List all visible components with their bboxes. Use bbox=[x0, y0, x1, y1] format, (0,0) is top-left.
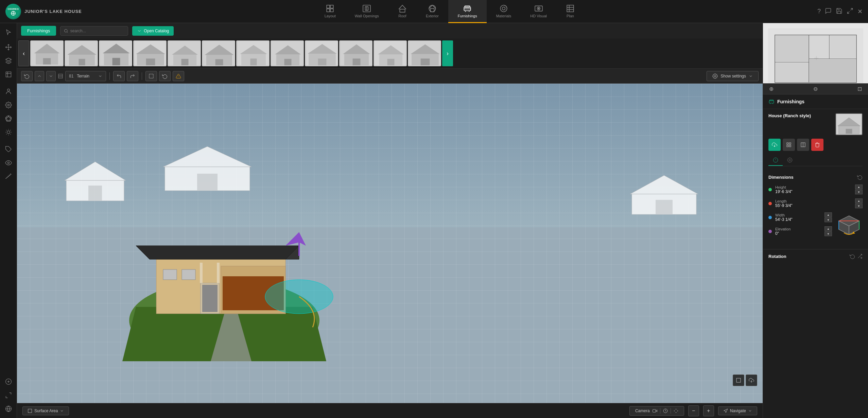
add-icon[interactable] bbox=[2, 375, 15, 388]
light-icon[interactable] bbox=[2, 126, 15, 139]
minimap-zoom-out[interactable]: ⊖ bbox=[811, 85, 820, 93]
height-value: 19'-6 3/4" bbox=[775, 189, 852, 194]
open-catalog-btn[interactable]: Open Catalog bbox=[132, 26, 174, 36]
viewport[interactable] bbox=[17, 84, 763, 403]
svg-line-44 bbox=[10, 134, 11, 134]
elevation-down[interactable]: ▼ bbox=[824, 231, 832, 236]
show-settings-btn[interactable]: Show settings bbox=[707, 71, 759, 81]
svg-point-36 bbox=[7, 89, 10, 91]
redo-btn[interactable] bbox=[127, 71, 138, 81]
download-view-btn[interactable] bbox=[746, 375, 757, 386]
height-stepper: ▲ ▼ bbox=[855, 185, 863, 194]
nav-item-exterior[interactable]: Exterior bbox=[416, 0, 448, 23]
width-down[interactable]: ▼ bbox=[824, 217, 832, 222]
level-down-btn[interactable] bbox=[46, 71, 56, 81]
undo-btn[interactable] bbox=[113, 71, 125, 81]
zoom-minus-btn[interactable]: − bbox=[688, 405, 699, 416]
cursor-icon[interactable] bbox=[2, 26, 15, 39]
height-down[interactable]: ▼ bbox=[855, 190, 863, 194]
furnishings-tab[interactable]: Furnishings bbox=[21, 26, 56, 36]
svg-rect-18 bbox=[465, 6, 470, 7]
thumb-3[interactable] bbox=[99, 40, 132, 66]
thumb-prev-btn[interactable]: ‹ bbox=[18, 40, 29, 66]
person-icon[interactable] bbox=[2, 85, 15, 98]
tag-icon[interactable] bbox=[2, 143, 15, 156]
save-icon[interactable] bbox=[836, 7, 843, 15]
thumb-next-btn[interactable]: › bbox=[442, 40, 453, 66]
earth-icon[interactable] bbox=[2, 402, 15, 415]
height-up[interactable]: ▲ bbox=[855, 185, 863, 189]
rotate-btn[interactable] bbox=[159, 71, 171, 81]
close-icon[interactable]: ✕ bbox=[857, 8, 863, 15]
reset-btn[interactable] bbox=[21, 71, 33, 81]
nav-item-layout[interactable]: Layout bbox=[315, 0, 345, 23]
thumb-1[interactable] bbox=[30, 40, 64, 66]
eye-icon[interactable] bbox=[2, 156, 15, 169]
elevation-up[interactable]: ▲ bbox=[824, 226, 832, 231]
floor-plan-icon[interactable] bbox=[2, 68, 15, 81]
help-icon[interactable]: ? bbox=[817, 8, 821, 15]
select-btn[interactable] bbox=[145, 71, 157, 81]
tab-edit[interactable] bbox=[783, 155, 797, 166]
thumb-6[interactable] bbox=[202, 40, 235, 66]
length-up[interactable]: ▲ bbox=[855, 198, 863, 203]
terrain-number: 81 bbox=[69, 74, 73, 79]
delete-btn[interactable] bbox=[811, 139, 823, 151]
level-up-btn[interactable] bbox=[35, 71, 44, 81]
svg-line-55 bbox=[9, 175, 10, 175]
navigate-btn[interactable]: Navigate bbox=[718, 406, 757, 415]
svg-marker-125 bbox=[630, 175, 698, 194]
nav-item-roof[interactable]: Roof bbox=[388, 0, 416, 23]
thumb-9[interactable] bbox=[305, 40, 338, 66]
svg-rect-12 bbox=[400, 9, 405, 12]
thumb-11[interactable] bbox=[374, 40, 407, 66]
svg-point-37 bbox=[7, 104, 9, 106]
thumb-5[interactable] bbox=[168, 40, 201, 66]
nav-item-materials[interactable]: Materials bbox=[487, 0, 521, 23]
split-view-btn[interactable] bbox=[797, 139, 809, 151]
length-stepper: ▲ ▼ bbox=[855, 198, 863, 208]
thumb-12[interactable] bbox=[408, 40, 441, 66]
move-icon[interactable] bbox=[2, 41, 15, 54]
thumb-7[interactable] bbox=[236, 40, 270, 66]
thumb-10[interactable] bbox=[339, 40, 372, 66]
minimap-zoom-in[interactable]: ⊕ bbox=[766, 85, 776, 93]
rotation-random-icon[interactable] bbox=[857, 254, 863, 259]
elevation-label: Elevation bbox=[775, 227, 821, 231]
download-btn[interactable] bbox=[768, 139, 781, 151]
grid-view-btn[interactable] bbox=[783, 139, 795, 151]
layers-icon[interactable] bbox=[2, 54, 15, 67]
zoom-plus-btn[interactable]: + bbox=[703, 405, 714, 416]
warn-btn[interactable] bbox=[173, 71, 184, 81]
svg-rect-161 bbox=[776, 63, 808, 82]
terrain-selector[interactable]: 81 Terrain bbox=[65, 71, 106, 81]
thumb-2[interactable] bbox=[65, 40, 98, 66]
nav-item-hd-visual[interactable]: HD Visual bbox=[521, 0, 556, 23]
width-dot bbox=[768, 216, 772, 219]
ruler-icon[interactable] bbox=[2, 170, 15, 183]
compass-icon[interactable] bbox=[2, 112, 15, 125]
surface-area-btn[interactable]: Surface Area bbox=[22, 406, 69, 415]
zoom-in-icon[interactable] bbox=[2, 389, 15, 402]
svg-rect-158 bbox=[810, 36, 829, 58]
length-down[interactable]: ▼ bbox=[855, 204, 863, 208]
square-view-btn[interactable] bbox=[733, 375, 744, 386]
svg-rect-6 bbox=[330, 5, 333, 8]
levels-icon bbox=[58, 73, 63, 79]
nav-item-plan[interactable]: Plan bbox=[556, 0, 584, 23]
dimensions-section: Dimensions Height 19'-6 3/4" ▲ ▼ bbox=[763, 174, 868, 249]
tab-info[interactable] bbox=[768, 155, 783, 166]
width-up[interactable]: ▲ bbox=[824, 212, 832, 217]
minimap-fit[interactable]: ⊡ bbox=[855, 85, 865, 93]
dimensions-reset-icon[interactable] bbox=[857, 174, 863, 180]
search-input[interactable] bbox=[70, 29, 124, 33]
fullscreen-icon[interactable] bbox=[847, 7, 853, 15]
chat-icon[interactable] bbox=[825, 7, 832, 15]
rotation-reset-icon[interactable] bbox=[850, 254, 855, 259]
elevation-dot bbox=[768, 230, 772, 233]
nav-item-furnishings[interactable]: Furnishings bbox=[448, 0, 487, 23]
thumb-4[interactable] bbox=[133, 40, 167, 66]
thumb-8[interactable] bbox=[271, 40, 304, 66]
settings-icon[interactable] bbox=[2, 99, 15, 111]
nav-item-wall-openings[interactable]: Wall Openings bbox=[345, 0, 388, 23]
